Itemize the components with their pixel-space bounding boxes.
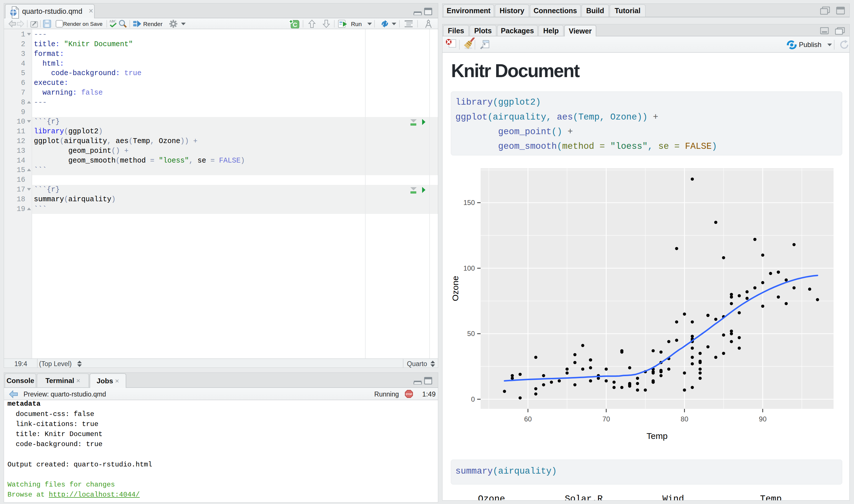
- svg-text:0: 0: [471, 395, 475, 403]
- svg-text:100: 100: [464, 264, 475, 272]
- svg-text:80: 80: [681, 415, 689, 423]
- svg-text:150: 150: [464, 199, 475, 206]
- svg-text:90: 90: [759, 415, 767, 423]
- svg-text:70: 70: [602, 415, 610, 423]
- svg-text:STOP: STOP: [406, 393, 412, 396]
- svg-text:Temp: Temp: [646, 431, 667, 440]
- svg-text:60: 60: [524, 415, 532, 423]
- svg-text:50: 50: [467, 330, 475, 338]
- svg-text:Ozone: Ozone: [451, 276, 460, 301]
- svg-text:C: C: [293, 21, 297, 29]
